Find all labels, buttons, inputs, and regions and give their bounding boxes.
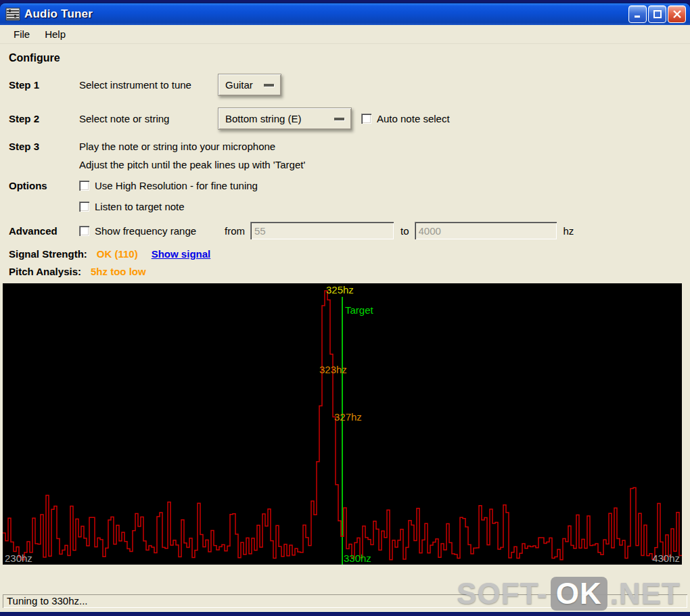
options-label: Options bbox=[9, 180, 79, 191]
pitch-analysis-value: 5hz too low bbox=[91, 266, 146, 277]
maximize-button[interactable] bbox=[648, 5, 666, 23]
signal-strength-label: Signal Strength: bbox=[9, 248, 87, 260]
menu-help[interactable]: Help bbox=[38, 26, 72, 42]
configure-heading: Configure bbox=[9, 52, 687, 64]
dropdown-handle-icon bbox=[264, 84, 274, 87]
to-label: to bbox=[400, 225, 409, 237]
step3-row: Step 3 Play the note or string into your… bbox=[9, 141, 687, 152]
high-resolution-label: Use High Resolution - for fine tuning bbox=[95, 180, 258, 191]
frequency-range-checkbox[interactable] bbox=[79, 226, 89, 236]
options-row2: Listen to target note bbox=[9, 201, 687, 212]
axis-left-label: 230hz bbox=[5, 553, 32, 564]
target-label: Target bbox=[345, 305, 373, 316]
maximize-icon bbox=[653, 10, 662, 18]
high-resolution-checkbox[interactable] bbox=[79, 181, 89, 191]
signal-strength-row: Signal Strength: OK (110) Show signal bbox=[9, 248, 687, 260]
listen-target-checkbox[interactable] bbox=[79, 202, 89, 212]
signal-strength-value: OK (110) bbox=[97, 248, 138, 260]
show-signal-link[interactable]: Show signal bbox=[152, 248, 211, 260]
step1-row: Step 1 Select instrument to tune Guitar bbox=[9, 74, 687, 96]
step3-line2: Adjust the pitch until the peak lines up… bbox=[79, 159, 305, 170]
auto-note-label: Auto note select bbox=[377, 113, 450, 124]
left-peak-label: 323hz bbox=[319, 364, 347, 375]
close-icon bbox=[673, 10, 681, 18]
status-text: Tuning to 330hz... bbox=[3, 594, 687, 608]
step3-label: Step 3 bbox=[9, 141, 79, 152]
axis-center-label: 330hz bbox=[344, 553, 371, 564]
app-window: Audio Tuner File Help Configure Step 1 S… bbox=[0, 3, 690, 612]
close-button[interactable] bbox=[668, 5, 686, 23]
hz-unit-label: hz bbox=[564, 225, 574, 237]
step2-row: Step 2 Select note or string Bottom stri… bbox=[9, 108, 687, 130]
menu-file[interactable]: File bbox=[7, 26, 37, 42]
peak-frequency-label: 325hz bbox=[326, 285, 354, 295]
frequency-range-label: Show frequency range bbox=[95, 225, 225, 237]
title-bar[interactable]: Audio Tuner bbox=[0, 3, 690, 25]
step1-description: Select instrument to tune bbox=[79, 79, 218, 91]
spectrum-display: 325hz Target 323hz 327hz 230hz 330hz 430… bbox=[3, 283, 682, 565]
instrument-dropdown-value: Guitar bbox=[225, 79, 253, 91]
from-label: from bbox=[225, 225, 245, 237]
window-title: Audio Tuner bbox=[24, 7, 627, 21]
advanced-label: Advanced bbox=[9, 225, 79, 237]
step3-row2: Adjust the pitch until the peak lines up… bbox=[9, 159, 687, 170]
minimize-button[interactable] bbox=[628, 5, 647, 23]
axis-right-label: 430hz bbox=[652, 553, 680, 564]
right-peak-label: 327hz bbox=[334, 412, 362, 423]
listen-target-label: Listen to target note bbox=[95, 201, 185, 212]
step2-label: Step 2 bbox=[9, 113, 79, 124]
instrument-dropdown[interactable]: Guitar bbox=[218, 74, 281, 96]
step1-label: Step 1 bbox=[9, 79, 79, 91]
to-input[interactable] bbox=[415, 222, 557, 239]
spectrum-canvas bbox=[3, 283, 682, 565]
step3-line1: Play the note or string into your microp… bbox=[79, 141, 275, 152]
minimize-icon bbox=[634, 10, 642, 18]
pitch-analysis-label: Pitch Analysis: bbox=[9, 266, 81, 277]
from-input[interactable] bbox=[250, 222, 394, 239]
note-dropdown-value: Bottom string (E) bbox=[225, 113, 302, 124]
advanced-row: Advanced Show frequency range from to hz bbox=[9, 222, 687, 239]
options-row: Options Use High Resolution - for fine t… bbox=[9, 180, 687, 191]
dropdown-handle-icon bbox=[334, 118, 344, 120]
content-area: Configure Step 1 Select instrument to tu… bbox=[0, 44, 690, 590]
app-icon bbox=[5, 7, 20, 21]
pitch-analysis-row: Pitch Analysis: 5hz too low bbox=[9, 266, 687, 277]
menu-bar: File Help bbox=[0, 25, 690, 44]
status-bar: Tuning to 330hz... bbox=[0, 590, 690, 612]
auto-note-checkbox[interactable] bbox=[361, 114, 371, 124]
step2-description: Select note or string bbox=[79, 113, 218, 124]
note-dropdown[interactable]: Bottom string (E) bbox=[218, 108, 352, 130]
